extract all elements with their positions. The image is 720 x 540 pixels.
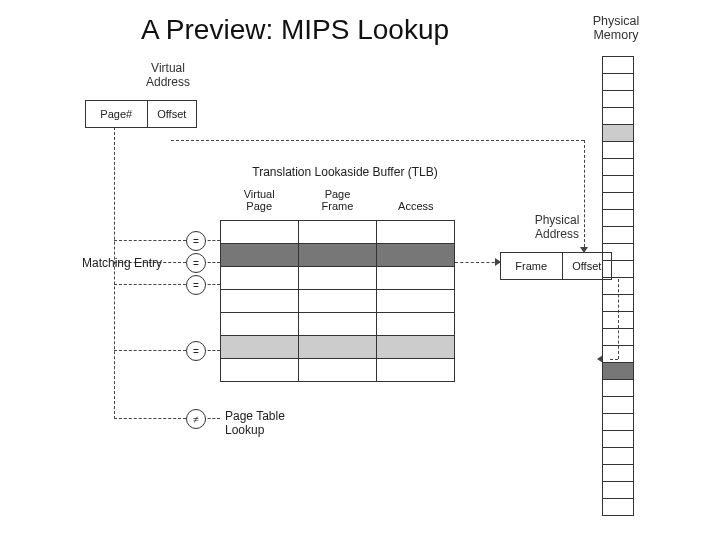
va-page-col: Page# bbox=[86, 101, 148, 127]
tlb-cell bbox=[377, 336, 454, 358]
memory-cell bbox=[603, 499, 633, 515]
tlb-cell bbox=[299, 221, 377, 243]
virtual-address-label-line1: Virtual bbox=[151, 61, 185, 75]
memory-cell bbox=[603, 142, 633, 159]
pa-frame-col: Frame bbox=[501, 253, 563, 279]
memory-cell bbox=[603, 414, 633, 431]
tlb-cell bbox=[377, 244, 454, 266]
tlb-col-page-frame: Page Frame bbox=[298, 188, 376, 216]
comparator-eq-1: = bbox=[186, 231, 206, 251]
memory-cell bbox=[603, 363, 633, 380]
memory-cell bbox=[603, 74, 633, 91]
virtual-address-label: Virtual Address bbox=[138, 62, 198, 90]
tlb-cell bbox=[221, 313, 299, 335]
memory-cell bbox=[603, 125, 633, 142]
memory-cell bbox=[603, 482, 633, 499]
tlb-row bbox=[221, 336, 454, 359]
memory-cell bbox=[603, 278, 633, 295]
memory-cell bbox=[603, 227, 633, 244]
tlb-cell bbox=[299, 359, 377, 381]
tlb-cell bbox=[221, 290, 299, 312]
physical-memory-label: Physical Memory bbox=[584, 14, 648, 43]
memory-cell bbox=[603, 57, 633, 74]
tlb-col-vp-l2: Page bbox=[246, 200, 272, 212]
physical-address-label: Physical Address bbox=[527, 214, 587, 242]
tlb-col-pf-l1: Page bbox=[325, 188, 351, 200]
tlb-header-row: Virtual Page Page Frame Access bbox=[220, 188, 455, 216]
tlb-col-vp-l1: Virtual bbox=[244, 188, 275, 200]
tlb-cell bbox=[299, 267, 377, 289]
memory-cell bbox=[603, 261, 633, 278]
virtual-address-box: Page# Offset bbox=[85, 100, 197, 128]
tlb-row bbox=[221, 267, 454, 290]
memory-cell bbox=[603, 346, 633, 363]
pm-label-l1: Physical bbox=[593, 14, 640, 28]
memory-cell bbox=[603, 380, 633, 397]
tlb-row bbox=[221, 359, 454, 381]
memory-cell bbox=[603, 193, 633, 210]
tlb-cell bbox=[221, 336, 299, 358]
memory-cell bbox=[603, 465, 633, 482]
tlb-cell bbox=[377, 290, 454, 312]
tlb-cell bbox=[221, 359, 299, 381]
memory-cell bbox=[603, 159, 633, 176]
memory-cell bbox=[603, 210, 633, 227]
comparator-eq-4: = bbox=[186, 341, 206, 361]
tlb-row bbox=[221, 244, 454, 267]
connector-to-cmp1 bbox=[114, 240, 186, 241]
pa-label-l2: Address bbox=[535, 227, 579, 241]
tlb-cell bbox=[299, 244, 377, 266]
tlb-row bbox=[221, 313, 454, 336]
memory-cell bbox=[603, 312, 633, 329]
physical-address-box: Frame Offset bbox=[500, 252, 612, 280]
tlb-col-access-l: Access bbox=[398, 200, 433, 212]
connector-to-cmp-neq bbox=[114, 418, 186, 419]
physical-memory-column bbox=[602, 56, 634, 516]
page-title: A Preview: MIPS Lookup bbox=[0, 14, 590, 46]
tlb-cell bbox=[377, 313, 454, 335]
tlb-cell bbox=[299, 313, 377, 335]
tlb-cell bbox=[221, 221, 299, 243]
memory-cell bbox=[603, 397, 633, 414]
tlb-table: Virtual Page Page Frame Access bbox=[220, 220, 455, 382]
memory-cell bbox=[603, 448, 633, 465]
tlb-row bbox=[221, 221, 454, 244]
pm-label-l2: Memory bbox=[593, 28, 638, 42]
diagram-root: A Preview: MIPS Lookup Virtual Address P… bbox=[0, 0, 720, 540]
matching-entry-label: Matching Entry bbox=[82, 256, 162, 270]
ptl-line2: Lookup bbox=[225, 423, 264, 437]
tlb-cell bbox=[221, 244, 299, 266]
memory-cell bbox=[603, 91, 633, 108]
tlb-body bbox=[220, 220, 455, 382]
memory-cell bbox=[603, 108, 633, 125]
page-table-lookup-label: Page Table Lookup bbox=[225, 410, 305, 438]
comparator-neq: ≠ bbox=[186, 409, 206, 429]
tlb-cell bbox=[377, 267, 454, 289]
memory-cell bbox=[603, 176, 633, 193]
memory-cell bbox=[603, 329, 633, 346]
pa-label-l1: Physical bbox=[535, 213, 580, 227]
tlb-cell bbox=[299, 290, 377, 312]
connector-frame-out bbox=[455, 262, 500, 263]
va-offset-col: Offset bbox=[148, 101, 197, 127]
tlb-row bbox=[221, 290, 454, 313]
memory-cell bbox=[603, 244, 633, 261]
comparator-eq-2: = bbox=[186, 253, 206, 273]
tlb-col-virtual-page: Virtual Page bbox=[220, 188, 298, 216]
connector-offset-h bbox=[171, 140, 584, 141]
memory-cell bbox=[603, 431, 633, 448]
tlb-cell bbox=[299, 336, 377, 358]
connector-to-cmp4 bbox=[114, 350, 186, 351]
connector-page-to-cmp-v bbox=[114, 127, 115, 419]
tlb-col-access: Access bbox=[377, 188, 455, 216]
connector-to-cmp3 bbox=[114, 284, 186, 285]
tlb-cell bbox=[377, 221, 454, 243]
ptl-line1: Page Table bbox=[225, 409, 285, 423]
comparator-eq-3: = bbox=[186, 275, 206, 295]
memory-cell bbox=[603, 295, 633, 312]
tlb-cell bbox=[221, 267, 299, 289]
tlb-cell bbox=[377, 359, 454, 381]
virtual-address-label-line2: Address bbox=[146, 75, 190, 89]
tlb-title: Translation Lookaside Buffer (TLB) bbox=[235, 165, 455, 179]
tlb-col-pf-l2: Frame bbox=[322, 200, 354, 212]
